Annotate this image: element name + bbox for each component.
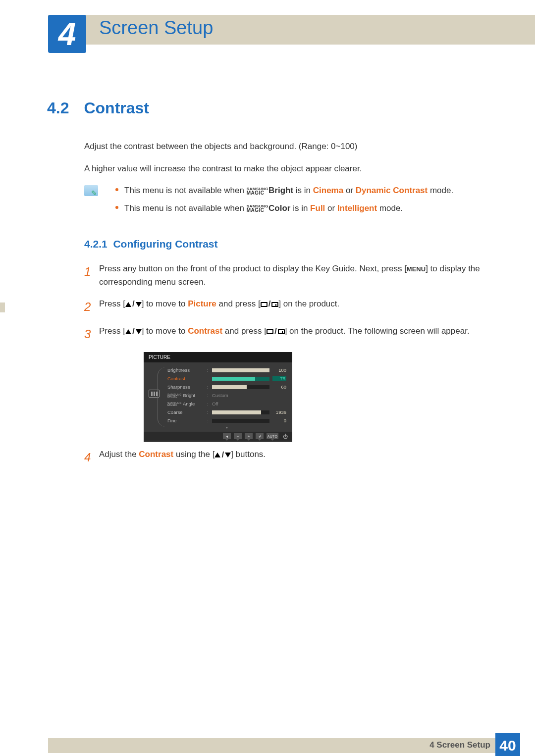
osd-row-contrast: Contrast: 75 — [167, 375, 286, 382]
samsung-magic-logo: SAMSUNGMAGIC — [167, 394, 182, 399]
step-4-text: Adjust the Contrast using the [/] button… — [99, 448, 490, 466]
osd-row-magic-angle: SAMSUNGMAGIC Angle: Off — [167, 400, 286, 407]
bullet-icon — [115, 206, 118, 209]
footer-text: 4 Screen Setup — [429, 740, 490, 750]
osd-back-icon: ◂ — [223, 433, 231, 439]
note-list: This menu is not available when SAMSUNGM… — [115, 184, 453, 219]
triangle-up-icon — [214, 453, 220, 457]
chapter-title: Screen Setup — [99, 17, 213, 39]
step-number: 1 — [84, 262, 99, 289]
osd-body: Brightness: 100 Contrast: 75 Sharpness: … — [144, 362, 292, 432]
osd-row-magic-bright: SAMSUNGMAGIC Bright: Custom — [167, 392, 286, 399]
triangle-up-icon — [125, 302, 131, 307]
rect-icon — [267, 329, 273, 334]
up-down-icons: / — [125, 327, 142, 336]
osd-down-arrow-icon: ▾ — [167, 425, 286, 430]
samsung-magic-logo: SAMSUNGMAGIC — [247, 204, 268, 212]
osd-screenshot: PICTURE Brightness: 100 Contrast: 75 Sha… — [144, 352, 292, 442]
osd-enter-icon: ↲ — [256, 433, 264, 439]
section-title: Contrast — [84, 99, 149, 117]
step-1: 1 Press any button on the front of the p… — [84, 262, 490, 289]
osd-minus-icon: − — [234, 433, 242, 439]
chapter-number: 4 — [58, 16, 76, 52]
samsung-magic-logo: SAMSUNGMAGIC — [167, 402, 182, 407]
step-number: 2 — [84, 298, 99, 316]
triangle-down-icon — [225, 453, 231, 457]
osd-row-fine: Fine: 0 — [167, 417, 286, 424]
osd-auto-button: AUTO — [267, 433, 278, 439]
osd-curve — [158, 367, 165, 427]
menu-key: MENU — [407, 265, 426, 273]
intro-p2: A higher value will increase the contras… — [84, 162, 490, 175]
osd-row-sharpness: Sharpness: 60 — [167, 383, 286, 391]
subsection: 4.2.1 Configuring Contrast 1 Press any b… — [84, 238, 490, 343]
osd-bottom-bar: ◂ − + ↲ AUTO — [144, 432, 292, 441]
triangle-down-icon — [136, 302, 142, 307]
step-3-text: Press [/] to move to Contrast and press … — [99, 325, 490, 343]
step-number: 4 — [84, 448, 99, 466]
osd-row-brightness: Brightness: 100 — [167, 366, 286, 374]
step-1-text: Press any button on the front of the pro… — [99, 262, 490, 289]
note-2-text: This menu is not available when SAMSUNGM… — [124, 202, 403, 215]
osd-row-coarse: Coarse: 1936 — [167, 408, 286, 416]
note-icon — [84, 185, 98, 196]
step-3: 3 Press [/] to move to Contrast and pres… — [84, 325, 490, 343]
enter-icon — [278, 329, 285, 334]
section-body: 4.2 Contrast Adjust the contrast between… — [47, 99, 490, 467]
osd-plus-icon: + — [245, 433, 253, 439]
intro-text: Adjust the contrast between the objects … — [84, 140, 490, 175]
note-block: This menu is not available when SAMSUNGM… — [84, 184, 490, 219]
note-item-2: This menu is not available when SAMSUNGM… — [115, 202, 453, 215]
up-down-icons: / — [125, 299, 142, 308]
step-number: 3 — [84, 325, 99, 343]
page-footer: 4 Screen Setup 40 — [0, 733, 535, 756]
page-header: 4 Screen Setup — [0, 0, 535, 47]
footer-page-number: 40 — [495, 733, 520, 756]
step-4: 4 Adjust the Contrast using the [/] butt… — [84, 448, 490, 466]
osd-power-icon — [281, 433, 289, 439]
osd-title: PICTURE — [144, 352, 292, 362]
rect-icon — [261, 302, 268, 307]
step-4-container: 4 Adjust the Contrast using the [/] butt… — [84, 448, 490, 466]
triangle-down-icon — [136, 329, 142, 334]
triangle-up-icon — [125, 329, 131, 334]
bullet-icon — [115, 188, 118, 191]
note-item-1: This menu is not available when SAMSUNGM… — [115, 184, 453, 197]
select-enter-icons: / — [267, 327, 285, 336]
subsection-heading: 4.2.1 Configuring Contrast — [84, 238, 490, 250]
samsung-magic-logo: SAMSUNGMAGIC — [247, 187, 268, 195]
chapter-number-box: 4 — [48, 15, 86, 53]
side-tab — [0, 302, 5, 312]
enter-icon — [271, 302, 278, 307]
steps-list: 1 Press any button on the front of the p… — [84, 262, 490, 343]
up-down-icons: / — [214, 450, 231, 459]
intro-p1: Adjust the contrast between the objects … — [84, 140, 490, 153]
step-2-text: Press [/] to move to Picture and press [… — [99, 298, 490, 316]
note-1-text: This menu is not available when SAMSUNGM… — [124, 184, 453, 197]
select-enter-icons: / — [261, 299, 279, 308]
section-number: 4.2 — [47, 99, 82, 117]
step-2: 2 Press [/] to move to Picture and press… — [84, 298, 490, 316]
